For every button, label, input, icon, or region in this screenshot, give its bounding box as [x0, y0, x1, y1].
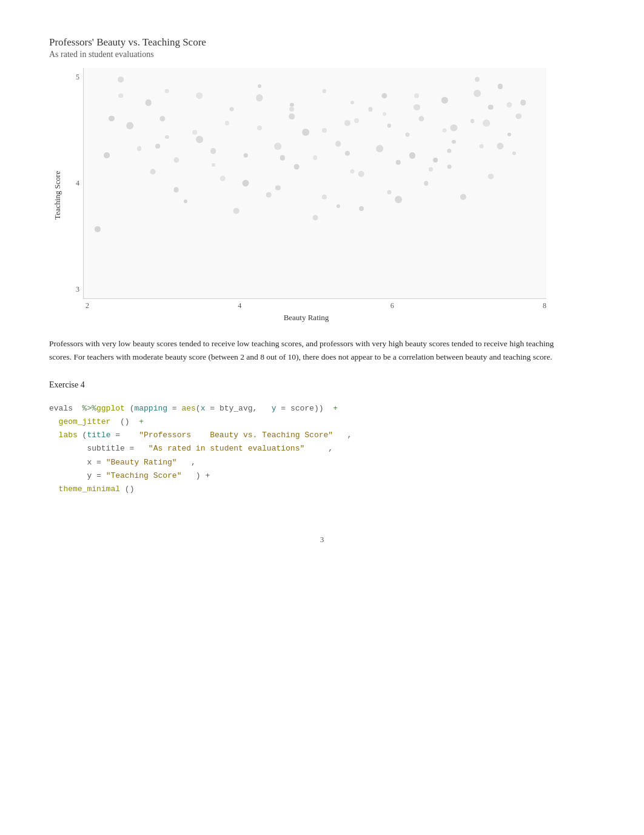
- scatter-dot: [447, 165, 451, 169]
- scatter-dot: [344, 120, 351, 126]
- y-tick-4: 4: [66, 179, 79, 188]
- scatter-dot: [165, 135, 169, 139]
- scatter-dot: [424, 181, 429, 186]
- scatter-dot: [95, 226, 101, 232]
- chart-container: Professors' Beauty vs. Teaching Score As…: [49, 36, 595, 323]
- scatter-dot: [118, 76, 124, 82]
- scatter-dot: [515, 113, 521, 119]
- scatter-dot: [354, 118, 359, 123]
- scatter-dot: [383, 112, 386, 116]
- scatter-dot: [289, 113, 295, 119]
- scatter-dot: [243, 180, 249, 187]
- code-token: evals: [49, 402, 82, 415]
- code-token: aes: [181, 402, 195, 415]
- code-token: x =: [49, 456, 106, 469]
- chart-inner: 5 4 3 2 4 6 8 Beauty Rating: [66, 68, 546, 323]
- scatter-dot: [302, 129, 309, 136]
- code-block: evals %>%ggplot (mapping = aes(x = bty_a…: [49, 400, 595, 498]
- scatter-dot: [280, 155, 285, 160]
- scatter-dot: [165, 89, 169, 93]
- code-line: theme_minimal (): [49, 483, 595, 496]
- scatter-dot: [483, 119, 490, 127]
- scatter-dot: [498, 84, 503, 89]
- scatter-dot: [192, 130, 197, 135]
- code-token: ,: [304, 442, 333, 455]
- scatter-dot: [150, 169, 156, 175]
- scatter-dot: [266, 192, 272, 198]
- scatter-dot: [447, 149, 451, 153]
- code-token: geom_jitter: [49, 415, 120, 429]
- scatter-dot: [173, 157, 179, 163]
- scatter-dot: [451, 124, 457, 131]
- scatter-dot: [313, 155, 318, 160]
- code-token: (): [120, 483, 134, 496]
- code-token: labs: [49, 429, 78, 442]
- code-line: geom_jitter () +: [49, 415, 595, 429]
- code-token: title: [87, 429, 110, 442]
- scatter-dot: [146, 99, 152, 106]
- chart-subtitle: As rated in student evaluations: [49, 50, 595, 59]
- scatter-dot: [275, 185, 280, 190]
- scatter-dot: [418, 116, 424, 121]
- scatter-dot: [233, 207, 240, 214]
- code-token: y: [272, 402, 277, 415]
- description: Professors with very low beauty scores t…: [49, 337, 571, 363]
- scatter-dot: [474, 77, 479, 82]
- code-line: y = "Teaching Score" ) +: [49, 469, 595, 483]
- scatter-dot: [322, 195, 327, 200]
- chart-title: Professors' Beauty vs. Teaching Score: [49, 36, 595, 49]
- code-token: theme_minimal: [49, 483, 120, 496]
- scatter-dot: [512, 151, 515, 155]
- scatter-dot: [409, 152, 415, 158]
- scatter-dot: [323, 89, 327, 93]
- scatter-dot: [184, 200, 187, 203]
- scatter-dot: [210, 148, 216, 154]
- scatter-dot: [275, 143, 282, 150]
- scatter-dot: [395, 196, 402, 203]
- y-axis-label-container: Teaching Score: [49, 68, 66, 323]
- code-token: = bty_avg,: [205, 402, 271, 415]
- code-token: = score)): [277, 402, 324, 415]
- page-content: Professors' Beauty vs. Teaching Score As…: [49, 36, 595, 545]
- scatter-dot: [406, 133, 410, 137]
- scatter-dot: [257, 126, 262, 130]
- code-token: mapping: [134, 402, 167, 415]
- scatter-dot: [335, 141, 341, 147]
- scatter-dot: [433, 158, 438, 163]
- scatter-dot: [506, 102, 512, 107]
- scatter-dot: [368, 107, 372, 112]
- x-tick-6: 6: [391, 301, 394, 310]
- code-token: (: [125, 402, 135, 415]
- x-tick-8: 8: [543, 301, 546, 310]
- scatter-dot: [381, 93, 387, 98]
- scatter-dot: [159, 116, 165, 121]
- scatter-dot: [443, 128, 447, 132]
- scatter-dot: [387, 190, 391, 195]
- code-line: x = "Beauty Rating" ,: [49, 456, 595, 469]
- scatter-dot: [290, 103, 293, 107]
- x-ticks: 2 4 6 8: [66, 299, 546, 310]
- scatter-dot: [350, 169, 354, 173]
- code-token: "Teaching Score": [106, 469, 182, 483]
- code-token: "Professors Beauty vs. Teaching Score": [139, 429, 333, 442]
- y-ticks: 5 4 3: [66, 68, 83, 299]
- code-token: (: [196, 402, 201, 415]
- scatter-dot: [258, 84, 261, 88]
- scatter-dot: [289, 107, 294, 112]
- scatter-dot: [173, 187, 179, 193]
- scatter-dot: [441, 97, 448, 103]
- code-token: =: [167, 402, 181, 415]
- exercise-heading: Exercise 4: [49, 380, 595, 390]
- scatter-dot: [109, 116, 115, 122]
- x-axis-label: Beauty Rating: [66, 310, 546, 323]
- scatter-dot: [508, 133, 511, 136]
- scatter-dot: [429, 167, 432, 171]
- plot-and-yaxis: 5 4 3: [66, 68, 546, 299]
- scatter-dot: [196, 136, 203, 143]
- scatter-dot: [345, 150, 350, 155]
- scatter-dot: [414, 104, 420, 110]
- code-token: ,: [333, 429, 352, 442]
- scatter-dot: [212, 163, 215, 166]
- scatter-dot: [155, 144, 160, 149]
- scatter-dot: [474, 90, 481, 97]
